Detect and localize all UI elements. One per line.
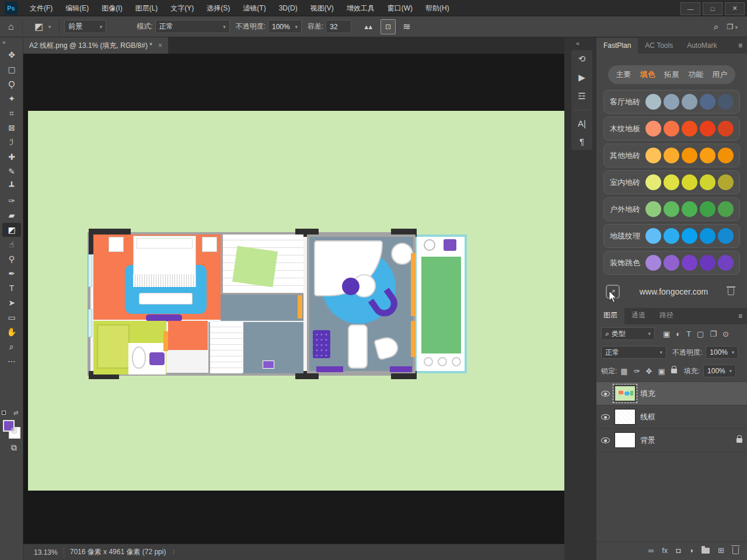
adjustment-layer-filter-icon[interactable]: ◐ xyxy=(676,330,680,338)
maximize-button[interactable]: □ xyxy=(703,2,722,15)
layer-fill-select[interactable]: 100% ▾ xyxy=(703,365,736,377)
menu-文件(F)[interactable]: 文件(F) xyxy=(23,0,59,16)
menu-文字(Y)[interactable]: 文字(Y) xyxy=(164,0,200,16)
opacity-select[interactable]: 100%▾ xyxy=(268,20,302,33)
close-button[interactable]: ✕ xyxy=(725,2,745,15)
color-swatch[interactable] xyxy=(682,174,697,190)
fastplan-tab-功能[interactable]: 功能 xyxy=(686,68,706,81)
history-brush-tool[interactable]: ✑ xyxy=(2,194,21,208)
home-icon[interactable]: ⌂ xyxy=(5,22,18,32)
color-swatch[interactable] xyxy=(645,121,661,136)
more-tools[interactable]: ⋯ xyxy=(2,354,21,368)
layer-row-背景[interactable]: 背景 xyxy=(596,429,747,452)
dock-collapse-icon[interactable]: « xyxy=(576,40,580,47)
fastplan-url[interactable]: www.fongocer.com xyxy=(620,287,728,296)
tab-AutoMark[interactable]: AutoMark xyxy=(680,38,724,54)
color-swatch[interactable] xyxy=(700,201,715,217)
blend-mode-select[interactable]: 正常 ▾ xyxy=(601,346,666,359)
panel-menu-icon[interactable]: ≡ xyxy=(738,41,742,50)
color-swatch[interactable] xyxy=(682,94,697,110)
canvas-pasteboard[interactable] xyxy=(23,54,564,544)
menu-帮助(H)[interactable]: 帮助(H) xyxy=(419,0,456,16)
lock-all-icon[interactable] xyxy=(671,369,677,373)
tab-close-icon[interactable]: × xyxy=(158,41,162,50)
eyedropper-tool[interactable]: ℐ xyxy=(2,135,21,149)
minimize-button[interactable]: — xyxy=(680,2,700,15)
layer-thumbnail[interactable] xyxy=(615,409,636,425)
color-swatch[interactable] xyxy=(664,255,679,271)
tab-通道[interactable]: 通道 xyxy=(624,307,652,324)
color-swatch[interactable] xyxy=(718,255,734,271)
color-swatch[interactable] xyxy=(682,201,697,217)
color-swatch[interactable] xyxy=(682,228,697,244)
rectangular-marquee-tool[interactable]: ▢ xyxy=(2,62,21,76)
color-swatch[interactable] xyxy=(700,174,715,190)
path-selection-tool[interactable]: ➤ xyxy=(2,296,21,310)
color-swatch[interactable] xyxy=(682,121,697,136)
type-layer-filter-icon[interactable]: T xyxy=(686,330,691,338)
fastplan-tab-用户[interactable]: 用户 xyxy=(710,68,729,81)
expand-selection-icon[interactable]: ⊡ xyxy=(381,19,396,34)
layer-visibility-icon[interactable] xyxy=(601,438,610,443)
delete-layer-icon[interactable] xyxy=(732,547,739,554)
layer-thumbnail[interactable] xyxy=(615,386,636,401)
smudge-tool[interactable]: ☝ xyxy=(2,237,21,251)
color-swatch[interactable] xyxy=(718,201,734,217)
menu-编辑(E)[interactable]: 编辑(E) xyxy=(59,0,95,16)
color-swatch[interactable] xyxy=(718,148,734,163)
brush-tool[interactable]: ✎ xyxy=(2,164,21,178)
shape-layer-filter-icon[interactable]: ▢ xyxy=(697,330,704,338)
healing-brush-tool[interactable]: ✚ xyxy=(2,150,21,164)
color-swatch[interactable] xyxy=(645,228,661,244)
smart-object-filter-icon[interactable]: ❐ xyxy=(710,330,717,338)
tab-FastPlan[interactable]: FastPlan xyxy=(596,38,638,54)
adjustment-layer-icon[interactable]: ◑ xyxy=(689,546,693,555)
quick-selection-tool[interactable]: ✦ xyxy=(2,92,21,106)
tab-图层[interactable]: 图层 xyxy=(596,307,624,324)
lock-artboard-icon[interactable]: ▣ xyxy=(658,367,665,376)
mode-select[interactable]: 正常▾ xyxy=(155,20,230,33)
color-swatch[interactable] xyxy=(700,255,715,271)
lock-paint-icon[interactable]: ✑ xyxy=(634,367,640,376)
layer-visibility-icon[interactable] xyxy=(601,391,610,397)
zoom-tool[interactable]: ⌕ xyxy=(2,340,21,354)
lock-position-icon[interactable]: ✥ xyxy=(646,367,652,376)
color-swatch[interactable] xyxy=(664,228,679,244)
move-tool[interactable]: ✥ xyxy=(2,48,21,62)
workspace-icon[interactable]: ❐ ▾ xyxy=(727,23,738,31)
clone-stamp-tool[interactable]: ┻ xyxy=(2,179,21,193)
toolbar-expand-icon[interactable]: » xyxy=(0,37,23,47)
menu-3D(D)[interactable]: 3D(D) xyxy=(273,0,304,16)
color-swatch[interactable] xyxy=(645,201,661,217)
lasso-tool[interactable]: Ϙ xyxy=(2,77,21,91)
paragraph-panel-icon[interactable]: ¶ xyxy=(580,136,584,146)
frame-tool[interactable]: ⊠ xyxy=(2,121,21,135)
menu-选择(S)[interactable]: 选择(S) xyxy=(200,0,236,16)
sample-layers-icon[interactable]: ≋ xyxy=(399,21,414,32)
layer-fx-icon[interactable]: fx xyxy=(662,546,668,555)
color-swatch[interactable] xyxy=(664,148,679,163)
crop-tool[interactable]: ⌗ xyxy=(2,106,21,120)
histogram-icon[interactable]: ▲▲ xyxy=(359,23,375,30)
color-swatch[interactable] xyxy=(645,174,661,190)
fastplan-tab-主要[interactable]: 主要 xyxy=(614,68,634,81)
layer-opacity-select[interactable]: 100% ▾ xyxy=(706,346,738,359)
menu-图像(I)[interactable]: 图像(I) xyxy=(95,0,128,16)
menu-图层(L)[interactable]: 图层(L) xyxy=(129,0,165,16)
paint-bucket-preset-icon[interactable]: ◩ ▾ xyxy=(27,21,55,32)
status-chevron-icon[interactable]: 〉 xyxy=(172,547,179,557)
layer-filter-select[interactable]: ⌕ 类型 ▾ xyxy=(601,327,655,340)
color-swatch[interactable] xyxy=(645,148,661,163)
color-swatch[interactable] xyxy=(682,255,697,271)
tab-路径[interactable]: 路径 xyxy=(652,307,680,324)
character-panel-icon[interactable]: A| xyxy=(578,118,586,128)
menu-增效工具[interactable]: 增效工具 xyxy=(340,0,381,16)
color-swatch[interactable] xyxy=(645,255,661,271)
panel-menu-icon[interactable]: ≡ xyxy=(738,312,742,320)
screen-mode-icon[interactable]: ⧉ xyxy=(5,440,23,454)
swap-colors-icon[interactable]: ⇄ xyxy=(13,410,18,414)
color-swatch[interactable] xyxy=(664,201,679,217)
fill-source-select[interactable]: 前景▾ xyxy=(64,20,106,33)
color-swatch[interactable] xyxy=(718,121,734,136)
search-icon[interactable]: ⌕ xyxy=(714,22,718,32)
